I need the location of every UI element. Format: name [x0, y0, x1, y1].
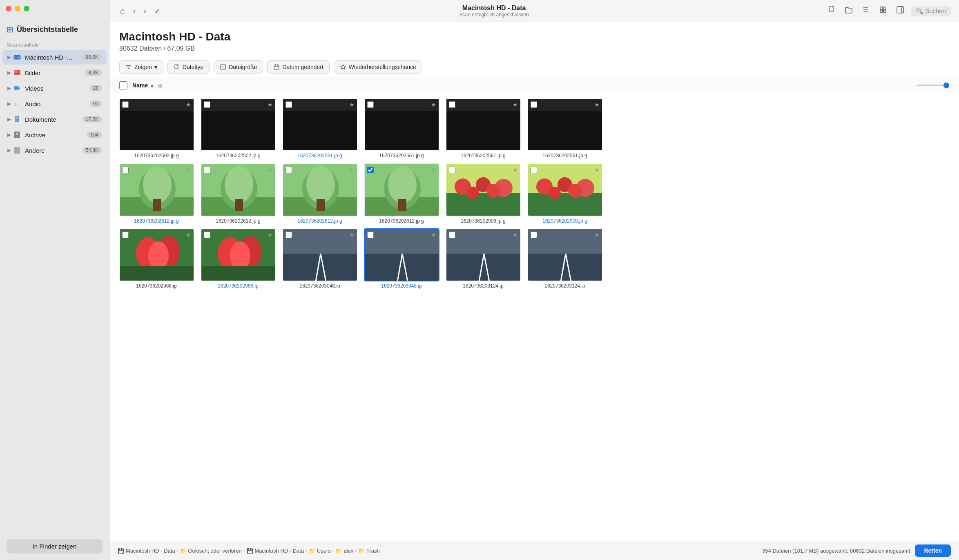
filename-label: 1620736202561.jp g: [542, 153, 587, 159]
page-subtitle: 80632 Dateien / 67,09 GB: [119, 45, 949, 52]
thumbnail-checkbox[interactable]: [204, 101, 210, 108]
star-icon[interactable]: ★: [186, 101, 191, 108]
star-icon[interactable]: ★: [431, 232, 436, 238]
thumbnail-checkbox[interactable]: [367, 232, 374, 238]
zeigen-button[interactable]: Zeigen ▾: [119, 60, 163, 74]
sidebar-item-andere[interactable]: ▶ Andere 54,8K: [2, 143, 107, 158]
thumbnail-container[interactable]: ★: [446, 228, 521, 281]
wiederherstellung-button[interactable]: Wiederherstellungschance: [334, 60, 422, 74]
thumbnail-checkbox[interactable]: [531, 232, 537, 238]
star-icon[interactable]: ★: [268, 232, 273, 238]
star-icon[interactable]: ★: [513, 101, 518, 108]
thumbnail-container[interactable]: ★: [446, 98, 521, 151]
svg-point-85: [148, 241, 169, 270]
star-icon[interactable]: ★: [513, 232, 518, 238]
star-icon[interactable]: ★: [349, 167, 355, 173]
thumbnail-checkbox[interactable]: [204, 232, 210, 238]
filename-label: 1620736202986.ip: [136, 283, 176, 290]
video-icon: [13, 84, 22, 93]
sidebar-item-audio[interactable]: ▶ ♪ Audio 90: [2, 96, 107, 111]
size-slider[interactable]: [917, 85, 949, 86]
thumbnail-checkbox[interactable]: [122, 101, 129, 108]
list-view-button[interactable]: [859, 4, 872, 18]
thumbnail-container[interactable]: ★: [446, 163, 521, 216]
datum-button[interactable]: Datum geändert: [267, 60, 329, 74]
thumbnail-checkbox[interactable]: [449, 101, 455, 108]
bc-chevron-0: ›: [177, 548, 178, 553]
document-icon-button[interactable]: [825, 4, 838, 18]
thumbnail-checkbox[interactable]: [449, 167, 455, 173]
finder-button[interactable]: In Finder zeigen: [7, 539, 103, 553]
sidebar-item-archive[interactable]: ▶ Archive 154: [2, 127, 107, 142]
grid-cell: ★1620736202612.jp g: [363, 163, 440, 225]
sidebar-header: ⊞ Übersichtstabelle: [0, 17, 109, 38]
datum-label: Datum geändert: [282, 64, 323, 70]
dateityp-button[interactable]: Dateityp: [167, 60, 210, 74]
thumbnail-container[interactable]: ★: [364, 163, 439, 216]
select-all-checkbox[interactable]: [119, 81, 127, 89]
thumbnail-container[interactable]: ★: [282, 163, 358, 216]
grid-view-button[interactable]: [876, 4, 890, 18]
dateigroesse-button[interactable]: Dateigröße: [214, 60, 263, 74]
star-icon[interactable]: ★: [268, 167, 273, 173]
minimize-button[interactable]: [15, 6, 20, 11]
thumbnail-container[interactable]: ★: [282, 228, 358, 281]
svg-rect-14: [14, 147, 20, 154]
star-icon[interactable]: ★: [594, 167, 600, 173]
home-button[interactable]: ⌂: [118, 4, 127, 17]
star-icon[interactable]: ★: [513, 167, 518, 173]
thumbnail-checkbox[interactable]: [531, 167, 537, 173]
thumbnail-container[interactable]: ★: [282, 98, 358, 151]
star-icon[interactable]: ★: [186, 167, 191, 173]
thumbnail-checkbox[interactable]: [449, 232, 455, 238]
thumbnail-checkbox[interactable]: [285, 101, 292, 108]
thumbnail-container[interactable]: ★: [201, 163, 276, 216]
thumbnail-checkbox[interactable]: [285, 167, 292, 173]
forward-button[interactable]: ›: [141, 5, 149, 17]
thumbnail-checkbox[interactable]: [204, 167, 210, 173]
star-icon[interactable]: ★: [431, 101, 436, 108]
search-placeholder: Suchen: [925, 7, 946, 14]
sidebar-item-bilder[interactable]: ▶ Bilder 8,3K: [2, 65, 107, 80]
column-filter-icon[interactable]: ⊞: [158, 82, 163, 89]
close-button[interactable]: [6, 6, 11, 11]
thumbnail-container[interactable]: ★: [364, 98, 439, 151]
filter-bar: Zeigen ▾ Dateityp Dateigröße Datum geänd…: [109, 56, 959, 78]
svg-rect-43: [365, 99, 439, 111]
chevron-icon-audio: ▶: [7, 101, 11, 107]
thumbnail-checkbox[interactable]: [122, 167, 129, 173]
maximize-button[interactable]: [24, 6, 29, 11]
thumbnail-checkbox[interactable]: [285, 232, 292, 238]
thumbnail-checkbox[interactable]: [531, 101, 537, 108]
thumbnail-checkbox[interactable]: [367, 101, 374, 108]
sidebar-item-dokumente[interactable]: ▶ Dokumente 17,2K: [2, 112, 107, 127]
thumbnail-container[interactable]: ★: [364, 228, 439, 281]
archive-icon: [13, 130, 22, 139]
search-area[interactable]: 🔍 Suchen: [911, 6, 951, 16]
thumbnail-container[interactable]: ★: [527, 228, 603, 281]
filename-label: 1620736202612.jp g: [379, 218, 424, 225]
star-icon[interactable]: ★: [186, 232, 191, 238]
thumbnail-checkbox[interactable]: [367, 167, 374, 173]
thumbnail-container[interactable]: ★: [119, 163, 194, 216]
thumbnail-container[interactable]: ★: [527, 163, 603, 216]
retten-button[interactable]: Retten: [915, 544, 951, 557]
thumbnail-container[interactable]: ★: [119, 228, 194, 281]
star-icon[interactable]: ★: [594, 101, 600, 108]
thumbnail-container[interactable]: ★: [201, 228, 276, 281]
panel-toggle-button[interactable]: [894, 4, 907, 18]
thumbnail-container[interactable]: ★: [119, 98, 194, 151]
name-column-header: Name ▲: [132, 82, 154, 89]
back-button[interactable]: ‹: [131, 5, 138, 17]
thumbnail-container[interactable]: ★: [201, 98, 276, 151]
thumbnail-checkbox[interactable]: [122, 232, 129, 238]
sidebar-item-macintosh[interactable]: ▶ Macintosh HD -... 80,6K: [2, 50, 107, 65]
star-icon[interactable]: ★: [431, 167, 436, 173]
folder-icon-button[interactable]: [842, 4, 855, 18]
thumbnail-container[interactable]: ★: [527, 98, 603, 151]
sidebar-item-videos[interactable]: ▶ Videos 28: [2, 81, 107, 96]
star-icon[interactable]: ★: [349, 101, 355, 108]
star-icon[interactable]: ★: [349, 232, 355, 238]
star-icon[interactable]: ★: [594, 232, 600, 238]
star-icon[interactable]: ★: [268, 101, 273, 108]
